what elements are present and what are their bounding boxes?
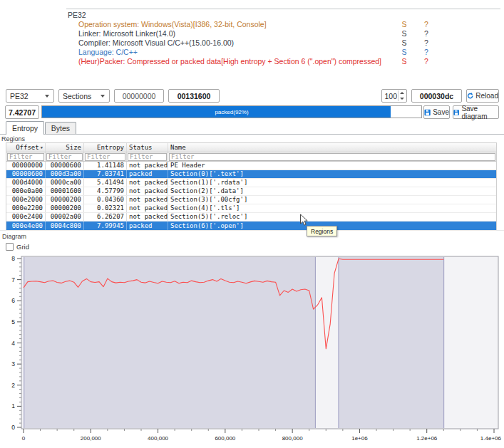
save-button[interactable]: Save: [423, 105, 450, 119]
table-cell: 0.02321: [84, 204, 127, 212]
tab-strip-line: [0, 134, 504, 135]
reload-button[interactable]: Reload: [466, 89, 499, 103]
detection-row: Language: C/C++S?: [0, 48, 504, 57]
tab-entropy[interactable]: Entropy: [6, 121, 44, 135]
table-row[interactable]: 000e4e000004c8007.99945packedSection(6)[…: [6, 222, 496, 230]
y-tick-label: 0: [11, 424, 15, 431]
y-tick-label: 4: [11, 340, 15, 347]
detection-info-button[interactable]: ?: [421, 38, 431, 48]
table-cell: 000d4000: [6, 179, 46, 187]
column-header-label: Offset: [16, 144, 39, 151]
detection-info-button[interactable]: ?: [421, 48, 431, 57]
filter-input[interactable]: Filter: [7, 153, 44, 161]
table-cell: 0.04360: [84, 196, 127, 204]
table-cell: Section(3)['.00cfg']: [168, 196, 496, 204]
table-row[interactable]: 000e0a00000016004.57799not packedSection…: [6, 187, 496, 196]
table-row[interactable]: 000e2200000002000.02321not packedSection…: [6, 204, 496, 213]
save-icon: [424, 109, 431, 116]
table-row[interactable]: 00000600000d3a007.03741packedSection(0)[…: [6, 170, 496, 179]
table-cell: 0004c800: [46, 222, 84, 230]
filter-cell: Filter: [6, 152, 46, 161]
column-header-offset[interactable]: Offset▼: [6, 143, 46, 152]
spin-up-icon[interactable]: [398, 90, 406, 96]
spinner-buttons[interactable]: [398, 90, 406, 101]
sort-indicator-icon: ▼: [41, 145, 43, 150]
size-field[interactable]: 00131600: [168, 89, 220, 103]
count-spinner-value: 100: [384, 92, 397, 100]
filetype-combo[interactable]: PE32: [6, 89, 54, 103]
column-header-entropy[interactable]: Entropy: [84, 143, 127, 152]
column-header-status[interactable]: Status: [127, 143, 168, 152]
table-row[interactable]: 000e2000000002000.04360not packedSection…: [6, 196, 496, 204]
regions-section-label: Regions: [1, 135, 25, 142]
y-tick-label: 2: [11, 382, 15, 389]
table-cell: Section(2)['.data']: [168, 187, 496, 195]
table-cell: not packed: [127, 179, 168, 187]
table-cell: not packed: [127, 162, 168, 170]
detection-signature-button[interactable]: S: [398, 29, 411, 38]
filter-input[interactable]: Filter: [128, 153, 167, 161]
detection-filetype: PE32: [68, 11, 86, 19]
count-spinner[interactable]: 100: [381, 89, 407, 103]
x-tick-label: 1e+06: [351, 435, 368, 442]
regions-table-header[interactable]: Offset▼SizeEntropyStatusName: [6, 143, 496, 152]
y-tick-label: 8: [11, 255, 15, 262]
packed-progressbar-label: packed(92%): [42, 106, 421, 118]
detection-signature-button[interactable]: S: [398, 48, 411, 57]
detection-divider: [66, 9, 500, 9]
filter-input[interactable]: Filter: [169, 153, 495, 161]
table-cell: 00000600: [6, 170, 46, 178]
detection-text: Compiler: Microsoft Visual C/C++(15.00-1…: [78, 38, 234, 48]
y-tick-label: 1: [11, 402, 15, 410]
mode-combo-value: Sections: [63, 92, 91, 100]
table-row[interactable]: 000e240000002a006.26207not packedSection…: [6, 213, 496, 222]
save-diagram-button-label: Save diagram: [461, 105, 498, 120]
table-cell: Section(0)['.text']: [168, 170, 496, 178]
detection-info-button[interactable]: ?: [421, 29, 431, 38]
detection-signature-button[interactable]: S: [398, 57, 411, 66]
offset-field[interactable]: 00000000: [114, 89, 164, 103]
filter-cell: Filter: [46, 152, 84, 161]
filter-input[interactable]: Filter: [85, 153, 125, 161]
save-diagram-button[interactable]: Save diagram: [453, 105, 499, 119]
grid-checkbox[interactable]: [6, 243, 14, 251]
detection-info-button[interactable]: ?: [421, 57, 431, 66]
detection-signature-button[interactable]: S: [398, 20, 411, 29]
table-cell: not packed: [127, 196, 168, 204]
detection-signature-button[interactable]: S: [398, 38, 411, 48]
table-cell: 00000000: [6, 162, 46, 170]
table-cell: PE Header: [168, 162, 496, 170]
table-cell: 1.41148: [84, 162, 127, 170]
table-cell: 00000600: [46, 162, 84, 170]
column-header-name[interactable]: Name: [168, 143, 496, 152]
entropy-chart-svg[interactable]: 0123456780200,000400,000600,000800,0001e…: [0, 253, 504, 448]
spin-down-icon[interactable]: [398, 96, 406, 102]
table-cell: 4.57799: [84, 187, 127, 195]
chevron-down-icon: [101, 95, 105, 98]
filter-cell: Filter: [84, 152, 127, 161]
x-tick-label: 600,000: [215, 435, 235, 442]
column-header-size[interactable]: Size: [46, 143, 84, 152]
regions-table-filter-row: FilterFilterFilterFilterFilter: [6, 152, 496, 162]
table-cell: 000e2400: [6, 213, 46, 221]
table-row[interactable]: 000d40000000ca005.41494not packedSection…: [6, 179, 496, 187]
entropy-hex-field[interactable]: 000030dc: [411, 89, 462, 103]
tab-bytes[interactable]: Bytes: [45, 122, 76, 134]
selected-region-band[interactable]: [339, 257, 444, 428]
mouse-cursor-icon: [299, 214, 309, 230]
table-cell: 7.99945: [84, 222, 127, 230]
table-row[interactable]: 00000000000006001.41148not packedPE Head…: [6, 162, 496, 170]
filter-input[interactable]: Filter: [46, 153, 83, 161]
table-cell: 7.03741: [84, 170, 127, 178]
regions-table-body: 00000000000006001.41148not packedPE Head…: [6, 162, 496, 230]
grid-checkbox-label: Grid: [16, 243, 29, 251]
column-header-label: Entropy: [97, 144, 124, 151]
mode-combo[interactable]: Sections: [58, 89, 110, 103]
panel-splitter[interactable]: [0, 230, 504, 231]
table-cell: 000e2200: [6, 204, 46, 212]
column-header-label: Status: [129, 144, 153, 151]
detection-info-button[interactable]: ?: [421, 20, 431, 29]
entropy-diagram[interactable]: 0123456780200,000400,000600,000800,0001e…: [0, 253, 504, 448]
grid-checkbox-row[interactable]: Grid: [6, 243, 29, 251]
reload-icon: [467, 92, 473, 100]
